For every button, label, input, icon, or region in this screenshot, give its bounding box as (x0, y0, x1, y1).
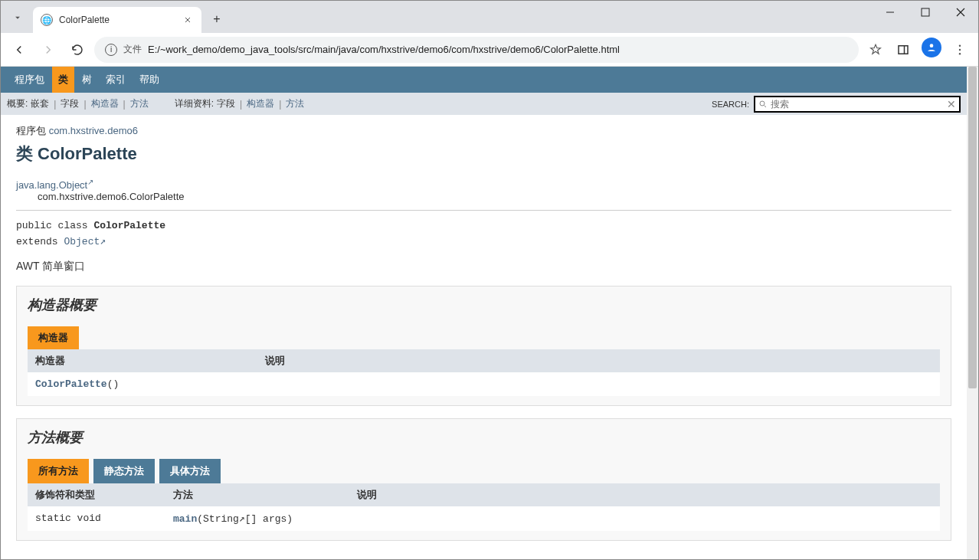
maximize-button[interactable] (908, 1, 943, 24)
svg-rect-1 (922, 8, 929, 16)
summary-constructor[interactable]: 构造器 (91, 97, 119, 110)
package-link[interactable]: com.hxstrive.demo6 (49, 125, 138, 136)
globe-icon: 🌐 (41, 14, 53, 26)
profile-button[interactable] (922, 38, 941, 57)
summary-nested: 嵌套 (31, 97, 49, 110)
bookmark-button[interactable] (863, 38, 888, 62)
inheritance-object-link[interactable]: java.lang.Object↗ (16, 179, 93, 191)
external-link-icon: ↗ (239, 513, 245, 525)
new-tab-button[interactable]: + (206, 8, 228, 30)
method-modifier: static void (35, 513, 173, 525)
reload-icon (70, 43, 84, 57)
url-prefix: 文件 (123, 43, 142, 56)
tab-list-button[interactable] (7, 7, 28, 28)
browser-tab[interactable]: 🌐 ColorPalette (33, 7, 201, 33)
url-bar[interactable]: i 文件 E:/~work_demo/demo_java_tools/src/m… (94, 37, 859, 63)
nav-class[interactable]: 类 (52, 67, 74, 93)
method-col1: 修饰符和类型 (35, 488, 173, 502)
scrollbar[interactable] (967, 67, 978, 559)
constructor-col2: 说明 (265, 354, 932, 368)
svg-line-9 (765, 105, 767, 107)
tab-static-methods[interactable]: 静态方法 (93, 459, 155, 483)
constructor-section-title: 构造器概要 (28, 296, 940, 314)
browser-titlebar: 🌐 ColorPalette + (1, 1, 978, 33)
svg-point-6 (959, 48, 961, 50)
info-icon: i (105, 44, 117, 56)
summary-label: 概要: (7, 97, 28, 110)
panel-icon (896, 43, 910, 57)
svg-point-7 (959, 53, 961, 54)
constructor-summary-section: 构造器概要 构造器 构造器 说明 ColorPalette() (16, 286, 951, 406)
close-icon (183, 15, 192, 25)
close-window-button[interactable] (943, 1, 978, 24)
package-label: 程序包 (16, 125, 46, 136)
method-table-header: 修饰符和类型 方法 说明 (28, 483, 940, 506)
detail-field: 字段 (217, 97, 235, 110)
class-description: AWT 简单窗口 (16, 260, 951, 273)
search-label: SEARCH: (712, 100, 749, 109)
svg-point-5 (959, 44, 961, 46)
minimize-button[interactable] (873, 1, 908, 24)
nav-tree[interactable]: 树 (76, 67, 98, 93)
svg-rect-2 (899, 45, 908, 54)
external-link-icon: ↗ (100, 236, 106, 247)
detail-constructor[interactable]: 构造器 (247, 97, 274, 110)
constructor-link[interactable]: ColorPalette (35, 378, 107, 390)
tab-all-methods[interactable]: 所有方法 (28, 459, 89, 483)
summary-field: 字段 (61, 97, 79, 110)
nav-help[interactable]: 帮助 (133, 67, 165, 93)
method-col2: 方法 (173, 488, 357, 502)
table-row: ColorPalette() (28, 372, 940, 396)
close-tab-button[interactable] (182, 14, 194, 26)
star-icon (869, 43, 882, 57)
divider (16, 210, 951, 211)
method-col3: 说明 (357, 488, 932, 502)
url-text: E:/~work_demo/demo_java_tools/src/main/j… (148, 44, 620, 55)
browser-toolbar: i 文件 E:/~work_demo/demo_java_tools/src/m… (1, 33, 978, 67)
back-button[interactable] (7, 38, 31, 62)
svg-point-4 (930, 44, 934, 47)
search-input[interactable] (768, 99, 947, 110)
method-summary-section: 方法概要 所有方法 静态方法 具体方法 修饰符和类型 方法 说明 static … (16, 418, 951, 541)
detail-method[interactable]: 方法 (286, 97, 304, 110)
inheritance-self: com.hxstrive.demo6.ColorPalette (38, 191, 951, 202)
class-title: 类 ColorPalette (16, 142, 951, 165)
nav-package[interactable]: 程序包 (8, 67, 51, 93)
method-section-title: 方法概要 (28, 428, 940, 447)
search-icon (758, 100, 768, 109)
javadoc-nav: 程序包 类 树 索引 帮助 (1, 67, 967, 93)
tab-concrete-methods[interactable]: 具体方法 (159, 459, 221, 483)
search-box[interactable]: ✕ (754, 96, 961, 113)
method-link[interactable]: main (173, 513, 197, 525)
tab-title: ColorPalette (59, 15, 175, 25)
summary-method[interactable]: 方法 (130, 97, 149, 110)
close-icon (956, 8, 965, 17)
chevron-down-icon (12, 12, 23, 23)
scrollbar-thumb[interactable] (968, 67, 977, 388)
external-link-icon: ↗ (87, 178, 93, 186)
clear-search-button[interactable]: ✕ (947, 98, 956, 110)
maximize-icon (921, 8, 930, 17)
svg-point-8 (760, 101, 765, 106)
arrow-right-icon (41, 43, 55, 57)
object-link[interactable]: Object↗ (64, 236, 106, 247)
constructor-table-header: 构造器 说明 (28, 349, 940, 372)
class-signature: public class ColorPalette extends Object… (16, 218, 951, 251)
constructor-col1: 构造器 (35, 354, 265, 368)
arrow-left-icon (12, 43, 26, 57)
side-panel-button[interactable] (891, 38, 915, 62)
kebab-icon (953, 43, 967, 57)
nav-index[interactable]: 索引 (100, 67, 132, 93)
page-content: 程序包 类 树 索引 帮助 概要: 嵌套| 字段| 构造器| 方法 详细资料: … (1, 67, 967, 559)
string-link[interactable]: String↗ (203, 513, 245, 525)
menu-button[interactable] (948, 38, 972, 62)
forward-button[interactable] (36, 38, 61, 62)
javadoc-subnav: 概要: 嵌套| 字段| 构造器| 方法 详细资料: 字段| 构造器| 方法 SE… (1, 93, 967, 115)
detail-label: 详细资料: (175, 97, 214, 110)
constructor-tab: 构造器 (28, 326, 79, 349)
table-row: static void main(String↗[] args) (28, 506, 940, 531)
person-icon (926, 42, 937, 53)
minimize-icon (886, 8, 895, 17)
reload-button[interactable] (65, 38, 90, 62)
